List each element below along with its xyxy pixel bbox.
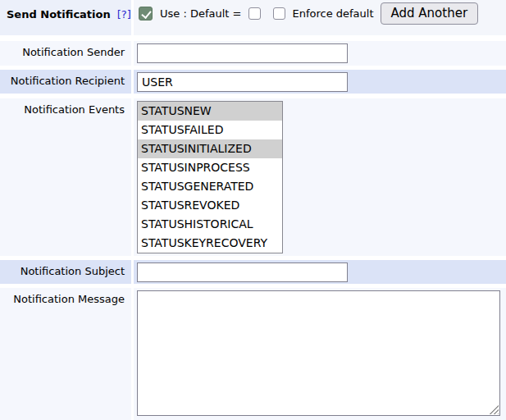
message-label: Notification Message xyxy=(0,288,131,420)
event-option-statusinitialized[interactable]: STATUSINITIALIZED xyxy=(138,139,282,158)
recipient-row: Notification Recipient xyxy=(0,70,506,94)
section-title: Send Notification xyxy=(7,8,111,21)
header-row: Send Notification [?] Use : Default = En… xyxy=(0,0,506,35)
events-label: Notification Events xyxy=(0,98,131,256)
add-another-button[interactable]: Add Another xyxy=(381,2,479,25)
subject-row: Notification Subject xyxy=(0,260,506,284)
sender-row: Notification Sender xyxy=(0,41,506,66)
events-listbox[interactable]: STATUSNEWSTATUSFAILEDSTATUSINITIALIZEDST… xyxy=(137,101,283,253)
send-notification-form: Send Notification [?] Use : Default = En… xyxy=(0,0,506,420)
event-option-statusinprocess[interactable]: STATUSINPROCESS xyxy=(138,158,282,177)
enforce-default-label: Enforce default xyxy=(292,7,373,20)
default-checkbox[interactable] xyxy=(248,7,261,20)
use-checkbox[interactable] xyxy=(139,7,153,21)
use-default-label: Use : Default = xyxy=(160,7,241,20)
event-option-statushistorical[interactable]: STATUSHISTORICAL xyxy=(138,215,282,234)
recipient-input[interactable] xyxy=(137,72,348,92)
subject-label: Notification Subject xyxy=(0,260,131,284)
message-textarea[interactable] xyxy=(137,290,500,416)
message-row: Notification Message xyxy=(0,288,506,420)
event-option-statusnew[interactable]: STATUSNEW xyxy=(138,102,282,121)
sender-input[interactable] xyxy=(137,43,348,63)
event-option-statuskeyrecovery[interactable]: STATUSKEYRECOVERY xyxy=(138,234,282,253)
recipient-label: Notification Recipient xyxy=(0,70,131,94)
events-row: Notification Events STATUSNEWSTATUSFAILE… xyxy=(0,98,506,256)
event-option-statusgenerated[interactable]: STATUSGENERATED xyxy=(138,177,282,196)
header-label-cell: Send Notification [?] xyxy=(0,0,131,35)
header-controls-cell: Use : Default = Enforce default Add Anot… xyxy=(134,0,506,35)
event-option-statusfailed[interactable]: STATUSFAILED xyxy=(138,121,282,139)
enforce-checkbox[interactable] xyxy=(273,7,285,20)
subject-input[interactable] xyxy=(137,262,348,282)
help-link[interactable]: [?] xyxy=(117,8,131,21)
sender-label: Notification Sender xyxy=(0,41,131,66)
event-option-statusrevoked[interactable]: STATUSREVOKED xyxy=(138,196,282,215)
